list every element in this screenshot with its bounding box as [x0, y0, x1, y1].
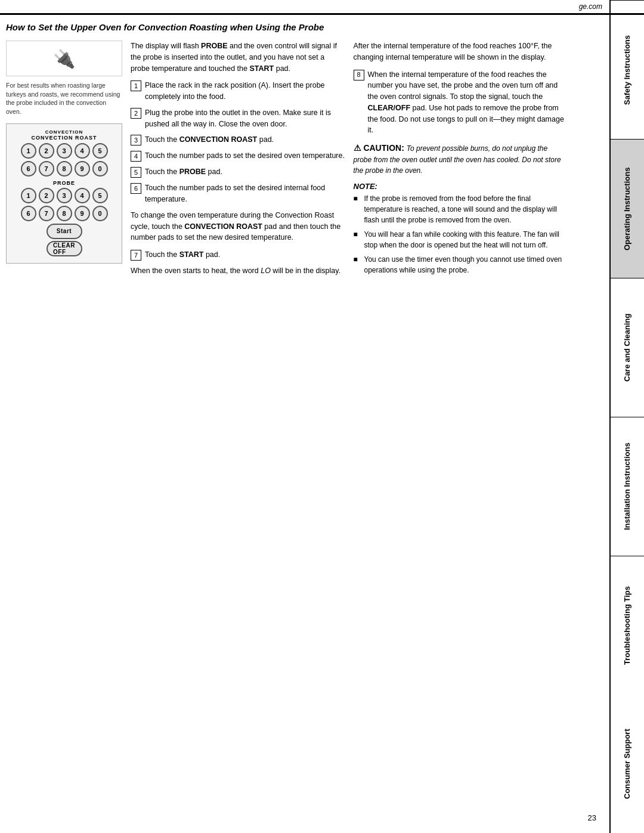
lo-display-text: When the oven starts to heat, the word L… — [131, 265, 345, 277]
probe-key-5[interactable]: 5 — [92, 188, 108, 203]
key-4[interactable]: 4 — [75, 143, 90, 159]
after-temp-text: After the internal temperature of the fo… — [354, 41, 568, 63]
step-2: 2 Plug the probe into the outlet in the … — [131, 107, 345, 130]
step-3-text: Touch the CONVECTION ROAST pad. — [145, 134, 345, 145]
side-navigation: Safety Instructions Operating Instructio… — [609, 0, 644, 833]
step-1: 1 Place the rack in the rack position (A… — [131, 80, 345, 103]
step-6: 6 Touch the number pads to set the desir… — [131, 182, 345, 205]
keypad-probe-row2: 6 7 8 9 0 — [11, 206, 117, 221]
step-6-text: Touch the number pads to set the desired… — [145, 182, 345, 205]
image-caption: For best results when roasting large tur… — [6, 81, 122, 116]
probe-key-4[interactable]: 4 — [75, 188, 90, 203]
steps-left-column: The display will flash PROBE and the ove… — [131, 41, 345, 283]
clear-off-button[interactable]: CLEAROFF — [47, 241, 82, 256]
step-3-number: 3 — [131, 135, 141, 145]
probe-key-1[interactable]: 1 — [21, 188, 36, 203]
key-6[interactable]: 6 — [21, 161, 36, 176]
tab-care-label: Care and Cleaning — [623, 314, 633, 382]
probe-key-9[interactable]: 9 — [75, 206, 90, 221]
key-9[interactable]: 9 — [75, 161, 90, 176]
probe-key-3[interactable]: 3 — [57, 188, 72, 203]
note-3-text: You can use the timer even though you ca… — [364, 254, 568, 275]
step-1-number: 1 — [131, 80, 141, 91]
key-0[interactable]: 0 — [92, 161, 108, 176]
probe-key-6[interactable]: 6 — [21, 206, 36, 221]
step-6-number: 6 — [131, 183, 141, 194]
key-8[interactable]: 8 — [57, 161, 72, 176]
tab-troubleshooting-label: Troubleshooting Tips — [623, 586, 633, 665]
step-7-text: Touch the START pad. — [145, 249, 345, 261]
page-number: 23 — [588, 813, 596, 822]
key-1[interactable]: 1 — [21, 143, 36, 159]
keypad-probe-row1: 1 2 3 4 5 — [11, 188, 117, 203]
key-3[interactable]: 3 — [57, 143, 72, 159]
note-1-text: If the probe is removed from the food be… — [364, 193, 568, 225]
note-2-text: You will hear a fan while cooking with t… — [364, 229, 568, 250]
step-1-text: Place the rack in the rack position (A).… — [145, 80, 345, 103]
caution-title: ⚠ CAUTION: — [354, 143, 407, 153]
main-content: How to Set the Upper Oven for Convection… — [0, 15, 609, 289]
tab-consumer[interactable]: Consumer Support — [611, 695, 644, 833]
tab-operating-label: Operating Instructions — [623, 167, 633, 250]
content-columns: 🔌 For best results when roasting large t… — [6, 41, 568, 283]
step-2-number: 2 — [131, 108, 141, 119]
step-8: 8 When the internal temperature of the f… — [354, 69, 568, 137]
panel-convection-roast: Convection Roast — [31, 135, 97, 141]
note-3: ■ You can use the timer even though you … — [354, 254, 568, 275]
left-column: 🔌 For best results when roasting large t… — [6, 41, 122, 283]
top-bar: ge.com — [0, 0, 644, 15]
tab-installation[interactable]: Installation Instructions — [611, 417, 644, 556]
step-5-text: Touch the PROBE pad. — [145, 166, 345, 178]
step-5: 5 Touch the PROBE pad. — [131, 166, 345, 178]
step-8-text: When the internal temperature of the foo… — [368, 69, 568, 137]
site-url: ge.com — [579, 2, 602, 11]
probe-key-2[interactable]: 2 — [39, 188, 54, 203]
probe-illustration: 🔌 — [53, 48, 75, 69]
step-8-number: 8 — [354, 70, 364, 80]
tab-care[interactable]: Care and Cleaning — [611, 278, 644, 417]
probe-key-0[interactable]: 0 — [92, 206, 108, 221]
tab-safety[interactable]: Safety Instructions — [611, 0, 644, 139]
note-2-bullet: ■ — [354, 229, 361, 250]
probe-label: Probe — [11, 180, 117, 186]
change-temp-text: To change the oven temperature during th… — [131, 210, 345, 243]
steps-right-column: After the internal temperature of the fo… — [354, 41, 568, 283]
tab-safety-label: Safety Instructions — [623, 35, 633, 104]
step-7: 7 Touch the START pad. — [131, 249, 345, 261]
step-5-number: 5 — [131, 167, 141, 178]
keypad-top-row1: 1 2 3 4 5 — [11, 143, 117, 159]
step-4-text: Touch the number pads to set the desired… — [145, 150, 345, 162]
start-button[interactable]: Start — [47, 224, 82, 239]
note-section: NOTE: ■ If the probe is removed from the… — [354, 182, 568, 275]
step-7-number: 7 — [131, 250, 141, 261]
step-2-text: Plug the probe into the outlet in the ov… — [145, 107, 345, 130]
tab-operating[interactable]: Operating Instructions — [611, 139, 644, 278]
probe-key-8[interactable]: 8 — [57, 206, 72, 221]
key-5[interactable]: 5 — [92, 143, 108, 159]
panel-top-label: CONVECTION Convection Roast — [11, 129, 117, 141]
note-2: ■ You will hear a fan while cooking with… — [354, 229, 568, 250]
step-4-number: 4 — [131, 151, 141, 162]
step-3: 3 Touch the CONVECTION ROAST pad. — [131, 134, 345, 145]
probe-image: 🔌 — [6, 41, 122, 76]
tab-troubleshooting[interactable]: Troubleshooting Tips — [611, 556, 644, 695]
step-4: 4 Touch the number pads to set the desir… — [131, 150, 345, 162]
intro-text: The display will flash PROBE and the ove… — [131, 41, 345, 74]
tab-installation-label: Installation Instructions — [623, 443, 633, 531]
note-1: ■ If the probe is removed from the food … — [354, 193, 568, 225]
page-title: How to Set the Upper Oven for Convection… — [6, 21, 568, 33]
probe-key-7[interactable]: 7 — [39, 206, 54, 221]
note-title: NOTE: — [354, 182, 568, 191]
keypad-top-row2: 6 7 8 9 0 — [11, 161, 117, 176]
key-7[interactable]: 7 — [39, 161, 54, 176]
caution-box: ⚠ CAUTION: To prevent possible burns, do… — [354, 142, 568, 176]
key-2[interactable]: 2 — [39, 143, 54, 159]
oven-panel: CONVECTION Convection Roast 1 2 3 4 5 6 … — [6, 123, 122, 264]
note-3-bullet: ■ — [354, 254, 361, 275]
tab-consumer-label: Consumer Support — [623, 729, 633, 799]
note-1-bullet: ■ — [354, 193, 361, 225]
